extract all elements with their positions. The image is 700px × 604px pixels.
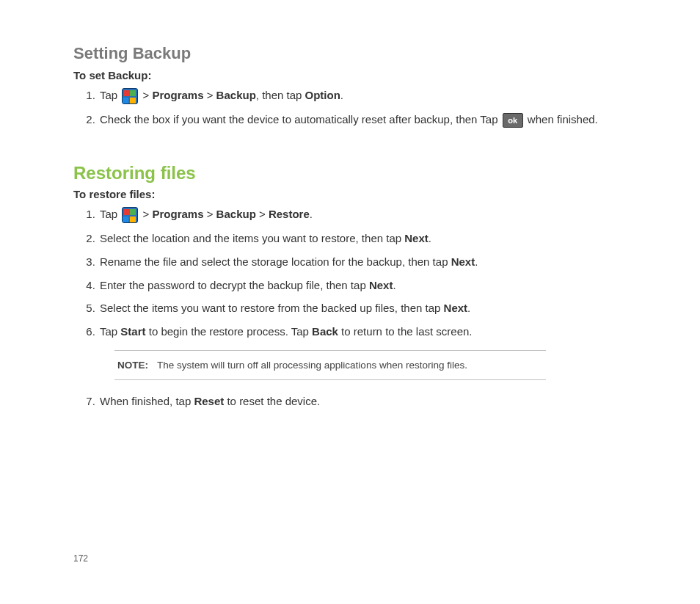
text: . [310,208,313,220]
list-item: Enter the password to decrypt the backup… [98,277,634,294]
text: Tap [100,208,120,220]
list-item: Select the items you want to restore fro… [98,300,634,316]
text: > [139,208,152,220]
text: > [256,208,269,220]
text: Select the items you want to restore fro… [100,302,444,314]
subhead-set-backup: To set Backup: [73,69,634,81]
path-backup: Backup [216,208,256,220]
note-box: NOTE:The system will turn off all proces… [114,350,546,381]
list-item: Tap > Programs > Backup, then tap Option… [98,87,634,104]
ok-icon: ok [503,113,523,128]
page-content: Setting Backup To set Backup: Tap > Prog… [0,0,700,410]
text: Select the location and the items you wa… [100,232,404,244]
text: > [204,89,216,101]
text: > [139,89,152,101]
text: Check the box if you want the device to … [100,113,501,125]
list-item: Tap Start to begin the restore process. … [98,324,634,380]
path-next: Next [444,302,468,314]
path-reset: Reset [194,395,224,407]
text: . [429,232,431,244]
text: when finished. [525,113,598,125]
text: . [475,255,478,268]
text: Tap [100,89,120,101]
text: When finished, tap [100,395,194,407]
heading-setting-backup: Setting Backup [73,44,634,63]
text: > [204,208,216,220]
text: to return to the last screen. [338,325,473,338]
path-programs: Programs [152,89,203,101]
start-menu-icon [122,88,138,104]
list-item: Select the location and the items you wa… [98,230,634,247]
path-next: Next [369,279,393,291]
text: . [393,279,395,291]
list-item: When finished, tap Reset to reset the de… [98,393,634,410]
list-item: Rename the file and select the storage l… [98,254,634,270]
list-item: Check the box if you want the device to … [98,112,634,128]
list-item: Tap > Programs > Backup > Restore. [98,206,634,223]
note-text: The system will turn off all processing … [157,360,467,371]
start-menu-icon [122,207,138,223]
path-restore: Restore [269,208,310,220]
text: to begin the restore process. Tap [146,325,313,338]
text: Tap [100,325,120,338]
path-next: Next [404,232,429,244]
path-option: Option [305,89,340,101]
text: Enter the password to decrypt the backup… [100,279,369,291]
page-number: 172 [73,553,88,564]
text: . [467,302,470,314]
text: . [340,89,343,101]
list-restore-files: Tap > Programs > Backup > Restore. Selec… [73,206,634,410]
text: to reset the device. [224,395,320,407]
heading-restoring-files: Restoring files [73,163,634,183]
path-backup: Backup [216,89,256,101]
path-back: Back [312,325,338,338]
path-programs: Programs [152,208,203,220]
path-start: Start [120,325,145,338]
subhead-restore-files: To restore files: [73,188,634,200]
text: Rename the file and select the storage l… [100,255,451,268]
note-label: NOTE: [117,360,148,371]
list-set-backup: Tap > Programs > Backup, then tap Option… [73,87,634,128]
text: , then tap [256,89,305,101]
path-next: Next [451,255,475,268]
